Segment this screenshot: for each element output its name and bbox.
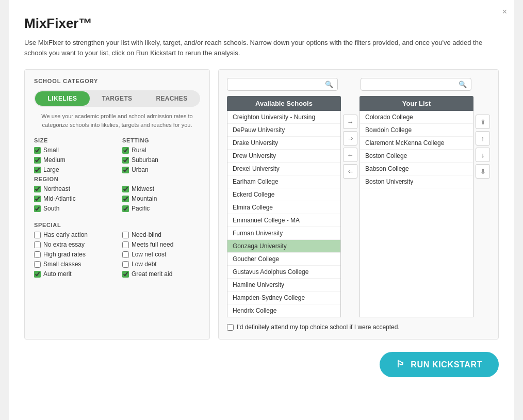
available-school-item[interactable]: Hamline University — [227, 279, 340, 292]
available-school-item[interactable]: Hampden-Sydney College — [227, 292, 340, 304]
checkbox-medium[interactable] — [34, 157, 41, 164]
label-midwest: Midwest — [132, 185, 154, 192]
label-mid-atlantic: Mid-Atlantic — [43, 195, 76, 202]
arrow-right-all[interactable]: ⇒ — [343, 131, 357, 146]
your-list-item[interactable]: Boston University — [360, 175, 473, 188]
arrow-down[interactable]: ↓ — [476, 148, 490, 162]
label-northeast: Northeast — [43, 185, 70, 192]
your-list-item[interactable]: Claremont McKenna College — [360, 137, 473, 150]
available-school-item[interactable]: Drake University — [227, 137, 340, 150]
available-school-item[interactable]: Gustavus Adolphus College — [227, 266, 340, 279]
available-school-item[interactable]: Drexel University — [227, 163, 340, 175]
checkbox-northeast[interactable] — [34, 186, 41, 192]
filter-low-net-cost: Low net cost — [122, 251, 200, 258]
setting-col: SETTING Rural Suburban Urban — [122, 137, 200, 176]
filter-northeast: Northeast — [34, 185, 112, 192]
your-list-item[interactable]: Boston College — [360, 150, 473, 163]
your-list-item[interactable]: Babson College — [360, 163, 473, 175]
size-setting-row: SIZE Small Medium Large SETTING — [34, 137, 200, 176]
label-rural: Rural — [132, 147, 146, 154]
attend-label: I'd definitely attend my top choice scho… — [237, 324, 400, 331]
special-right-col: Need-blind Meets full need Low net cost — [122, 231, 200, 280]
your-list[interactable]: Colorado CollegeBowdoin CollegeClaremont… — [359, 111, 473, 317]
checkbox-early-action[interactable] — [34, 232, 41, 238]
checkbox-small-classes[interactable] — [34, 261, 41, 268]
schools-header: 🔍 🔍 — [227, 78, 490, 91]
checkbox-south[interactable] — [34, 205, 41, 212]
arrow-right-single[interactable]: → — [343, 115, 357, 129]
available-school-item[interactable]: Goucher College — [227, 253, 340, 266]
region-left-col: Northeast Mid-Atlantic South — [34, 185, 112, 215]
checkbox-need-blind[interactable] — [122, 232, 129, 238]
filter-small-classes: Small classes — [34, 261, 112, 268]
available-school-item[interactable]: Drew University — [227, 150, 340, 163]
checkbox-meets-full-need[interactable] — [122, 241, 129, 248]
search-input-left[interactable] — [232, 81, 325, 88]
available-school-item[interactable]: DePauw University — [227, 124, 340, 137]
label-high-grad-rates: High grad rates — [43, 251, 86, 258]
run-btn-row: 🏳 RUN KICKSTART — [24, 352, 499, 377]
checkbox-rural[interactable] — [122, 147, 129, 154]
search-input-right[interactable] — [365, 81, 459, 88]
available-school-item[interactable]: Eckerd College — [227, 188, 340, 201]
available-school-item[interactable]: Gonzaga University — [227, 240, 340, 253]
checkbox-low-net-cost[interactable] — [122, 251, 129, 258]
close-button[interactable]: × — [502, 7, 507, 17]
run-kickstart-button[interactable]: 🏳 RUN KICKSTART — [380, 352, 499, 377]
checkbox-high-grad-rates[interactable] — [34, 251, 41, 258]
available-school-item[interactable]: Furman University — [227, 227, 340, 240]
checkbox-midwest[interactable] — [122, 186, 129, 192]
setting-title: SETTING — [122, 137, 200, 143]
app-subtitle: Use MixFixer to strengthen your list wit… — [24, 38, 499, 58]
filter-high-grad-rates: High grad rates — [34, 251, 112, 258]
checkbox-suburban[interactable] — [122, 157, 129, 164]
tab-targets[interactable]: TARGETS — [90, 91, 144, 106]
filter-meets-full-need: Meets full need — [122, 241, 200, 248]
arrow-left-single[interactable]: ← — [343, 148, 357, 162]
available-school-item[interactable]: Creighton University - Nursing — [227, 111, 340, 124]
filter-south: South — [34, 205, 112, 212]
checkbox-great-merit-aid[interactable] — [122, 271, 129, 278]
checkbox-mid-atlantic[interactable] — [34, 196, 41, 202]
available-schools-list[interactable]: Creighton University - NursingDePauw Uni… — [227, 111, 341, 317]
label-small-classes: Small classes — [43, 261, 81, 268]
arrow-bottom[interactable]: ⇩ — [476, 164, 490, 179]
available-school-item[interactable]: Hendrix College — [227, 304, 340, 317]
your-list-item[interactable]: Colorado College — [360, 111, 473, 124]
tab-reaches[interactable]: REACHES — [144, 91, 199, 106]
tab-likelies[interactable]: LIKELIES — [35, 91, 90, 106]
checkbox-large[interactable] — [34, 167, 41, 173]
arrow-up[interactable]: ↑ — [476, 131, 490, 146]
size-title: SIZE — [34, 137, 112, 143]
label-suburban: Suburban — [132, 156, 158, 164]
available-school-item[interactable]: Elmira College — [227, 201, 340, 214]
available-school-item[interactable]: Emmanuel College - MA — [227, 214, 340, 227]
label-urban: Urban — [132, 166, 149, 173]
checkbox-auto-merit[interactable] — [34, 271, 41, 278]
your-list-item[interactable]: Bowdoin College — [360, 124, 473, 137]
checkbox-low-debt[interactable] — [122, 261, 129, 268]
special-cols: Has early action No extra essay High gra… — [34, 231, 200, 280]
checkbox-no-extra-essay[interactable] — [34, 241, 41, 248]
center-arrows-col: → ⇒ ← ⇐ — [343, 96, 357, 179]
left-panel: SCHOOL CATEGORY LIKELIES TARGETS REACHES… — [24, 69, 210, 340]
checkbox-pacific[interactable] — [122, 205, 129, 212]
available-schools-container: Available Schools Creighton University -… — [227, 96, 341, 317]
filter-small: Small — [34, 147, 112, 154]
arrow-top[interactable]: ⇧ — [476, 115, 490, 129]
checkbox-urban[interactable] — [122, 167, 129, 173]
search-icon-left: 🔍 — [325, 80, 333, 88]
app-title: MixFixer™ — [24, 15, 499, 31]
arrow-left-all[interactable]: ⇐ — [343, 164, 357, 179]
filter-suburban: Suburban — [122, 156, 200, 164]
attend-checkbox[interactable] — [227, 324, 234, 331]
filter-great-merit-aid: Great merit aid — [122, 270, 200, 278]
your-list-header: Your List — [359, 96, 473, 111]
available-school-item[interactable]: Earlham College — [227, 175, 340, 188]
checkbox-mountain[interactable] — [122, 196, 129, 202]
label-small: Small — [43, 147, 59, 154]
region-title: REGION — [34, 176, 200, 182]
search-box-right: 🔍 — [361, 78, 471, 91]
filter-need-blind: Need-blind — [122, 231, 200, 238]
checkbox-small[interactable] — [34, 147, 41, 154]
